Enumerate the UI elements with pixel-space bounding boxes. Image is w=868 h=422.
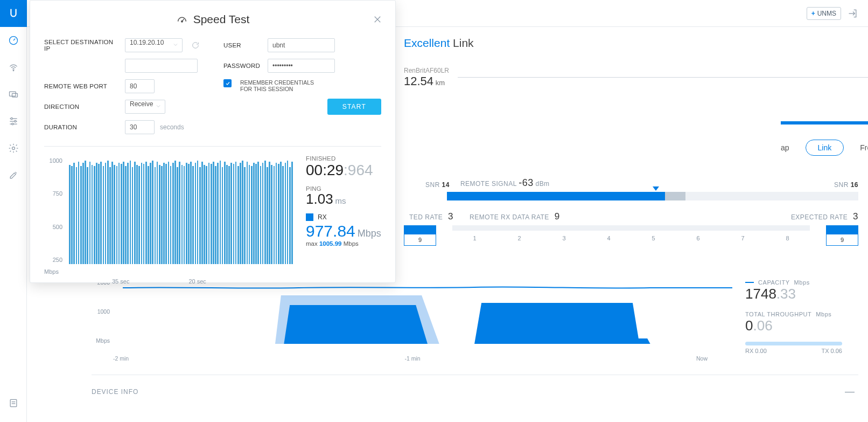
brand-logo[interactable]: [0, 0, 27, 27]
speedtest-stats: FINISHED 00:29:964 PING 1.03ms RX 977.84…: [306, 155, 381, 285]
logout-icon[interactable]: [848, 8, 858, 19]
nav-tools[interactable]: [0, 162, 27, 189]
collapse-icon[interactable]: —: [845, 386, 855, 397]
remote-signal-bar: [447, 192, 858, 200]
user-input[interactable]: [268, 38, 335, 52]
svg-rect-3: [12, 93, 17, 97]
rate-box-right: 9: [826, 225, 858, 246]
link-device-name: RenBritAF60LR: [404, 67, 449, 74]
close-icon[interactable]: [373, 15, 382, 24]
svg-point-7: [12, 147, 15, 150]
svg-point-1: [13, 70, 14, 71]
nav-settings[interactable]: [0, 135, 27, 162]
refresh-icon[interactable]: [191, 41, 200, 50]
unms-label: UNMS: [817, 10, 836, 17]
svg-point-5: [14, 120, 16, 122]
svg-rect-8: [10, 399, 17, 406]
rx-legend-swatch: [306, 213, 313, 221]
speedtest-chart: 1000750 500250 Mbps 35 sec 20 sec: [44, 155, 293, 285]
link-quality-title: Excellent Link: [404, 37, 868, 50]
link-arrow: [458, 77, 868, 78]
svg-point-6: [11, 123, 13, 124]
svg-point-18: [181, 20, 183, 22]
throughput-minibar: [745, 342, 842, 345]
chevron-down-icon: [155, 103, 162, 109]
gauge-icon: [176, 13, 188, 25]
chevron-down-icon: [172, 41, 179, 48]
capacity-stats: CAPACITY Mbps 1748.33 TOTAL THROUGHPUT M…: [745, 279, 858, 354]
remember-checkbox[interactable]: [223, 79, 232, 87]
capacity-yaxis: 20001000Mbps: [92, 279, 110, 344]
device-info-header[interactable]: DEVICE INFO —: [92, 375, 858, 397]
nav-config[interactable]: [0, 108, 27, 135]
sidebar: [0, 0, 27, 422]
rate-box-left: 9: [404, 225, 436, 246]
dest-ip-select[interactable]: 10.19.20.10: [125, 38, 183, 52]
pill-fresnel[interactable]: Fresnel: [860, 143, 868, 152]
nav-devices[interactable]: [0, 81, 27, 108]
nav-notes[interactable]: [0, 390, 27, 417]
capacity-xaxis: -2 min-1 minNow: [113, 355, 858, 362]
unms-button[interactable]: + UNMS: [807, 7, 841, 20]
capacity-chart: [123, 279, 732, 344]
pill-link[interactable]: Link: [806, 140, 844, 156]
pill-map[interactable]: ap: [781, 143, 789, 152]
direction-select[interactable]: Receive: [125, 100, 165, 114]
web-port-input[interactable]: [125, 79, 155, 93]
svg-point-4: [11, 117, 12, 119]
nav-dashboard[interactable]: [0, 27, 27, 54]
rate-scale: 1 2 3 4 5 6 7 8: [452, 225, 810, 241]
modal-title: Speed Test: [176, 13, 250, 26]
link-distance: 12.54: [404, 74, 433, 88]
duration-input[interactable]: [125, 120, 155, 134]
svg-rect-2: [9, 92, 16, 96]
speed-test-modal: Speed Test SELECT DESTINATION IP 10.19.2…: [30, 0, 396, 283]
frequency-bar: 69.12 GHz 2.16 GHz (68.04 - 70.20): [781, 110, 868, 134]
nav-wireless[interactable]: [0, 54, 27, 81]
dest-ip-extra-input[interactable]: [125, 59, 198, 73]
password-input[interactable]: [268, 59, 335, 73]
view-pills: ap Link Fresnel: [781, 140, 868, 156]
start-button[interactable]: START: [327, 99, 381, 115]
